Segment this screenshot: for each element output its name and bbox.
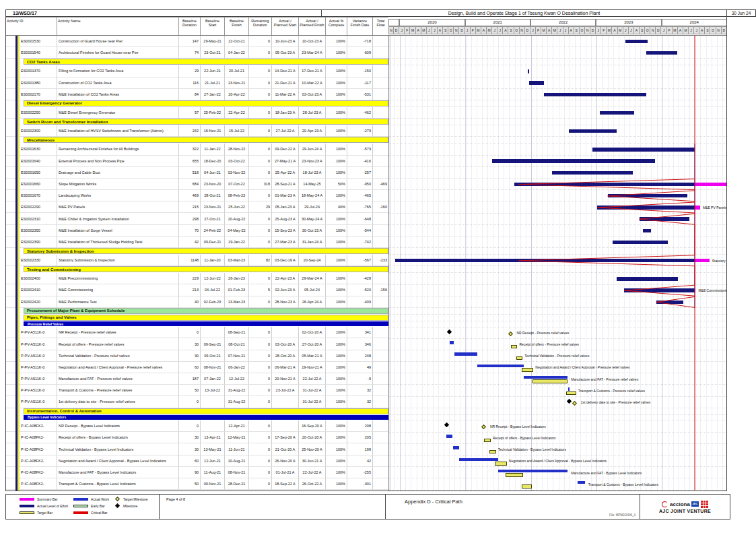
cell-value: 74 — [179, 47, 201, 59]
column-header: Actual / Planned Finish — [299, 17, 326, 35]
cell-value: -718 — [347, 36, 373, 47]
milestone-swatch — [115, 503, 120, 508]
cell-value: 05-Jan-23 A — [272, 201, 299, 213]
cell-value: -117 — [347, 77, 373, 89]
cell-value: 28-Nov-23 A — [272, 296, 299, 308]
report-header-bar: 13/WSD/17 Design, Build and Operate Stag… — [5, 9, 727, 17]
cell-value: 100% — [326, 89, 347, 100]
cell-activity-name: Drainage and Cable Duct — [57, 167, 179, 179]
cell-value: 05-Mar-21 A — [299, 350, 326, 362]
month-cell: D — [525, 26, 530, 34]
year-cell: 2022 — [530, 19, 596, 26]
cell-value: 12-Jun-21 — [201, 455, 225, 467]
cell-value: -279 — [347, 125, 373, 137]
legend-item: Target Milestone — [114, 497, 148, 501]
year-cell — [388, 19, 399, 26]
cell-value — [373, 190, 388, 201]
cell-activity-name: M&E Diesel Emergency Generator — [57, 107, 179, 119]
cell-value: 100% — [326, 65, 347, 77]
cell-activity-name: Transport & Customs - Bypass Level Indic… — [57, 478, 179, 490]
cell-value: 100% — [326, 455, 347, 467]
cell-activity-id: P-IC-A08FK2- — [20, 478, 57, 490]
month-cell: S — [705, 26, 710, 34]
cell-activity-name: Transport & Customs - Pressure relief va… — [57, 385, 179, 396]
cell-value — [373, 47, 388, 59]
cell-activity-id: ES0002420 — [20, 296, 57, 308]
cell-value: 341 — [347, 327, 373, 338]
cell-value: 31-Jul-22 A — [299, 385, 326, 396]
cell-activity-name: Architectural Finishes for Guard House n… — [57, 47, 179, 59]
cell-value: 0 — [249, 125, 272, 137]
cell-value: 12-Apr-21 — [225, 420, 249, 432]
month-cell: M — [487, 26, 492, 34]
cell-activity-id: ES0001670 — [20, 190, 57, 201]
month-cell: S — [640, 26, 645, 34]
cell-value: 0 — [249, 478, 272, 490]
month-cell: F — [405, 26, 410, 34]
cell-value: 100% — [326, 107, 347, 119]
cell-value — [373, 125, 388, 137]
month-cell: J — [492, 26, 497, 34]
table-row: ES0002250M&E Diesel Emergency Generator5… — [6, 107, 388, 119]
cell-value: 100% — [326, 273, 347, 284]
cell-value: 28-Nov-22 — [225, 144, 249, 155]
cell-value: 21-Oct-20 A — [272, 443, 299, 455]
cell-value: 0 — [179, 327, 201, 338]
aloe-swatch — [20, 505, 34, 507]
cell-value: 0 — [249, 362, 272, 373]
cell-value: -428 — [347, 273, 373, 284]
cell-value: 518 — [179, 167, 201, 179]
cell-value: 14-May-25 — [299, 179, 326, 190]
month-cell: J — [623, 26, 629, 34]
month-cell: F — [471, 26, 476, 34]
cell-value: -567 — [347, 255, 373, 266]
cell-value: 26-Oct-22 A — [299, 478, 326, 490]
cell-activity-id: ES0001660 — [20, 179, 57, 190]
cell-value: 100% — [326, 36, 347, 47]
cell-value: 100% — [326, 125, 347, 137]
cell-value: 16-Sep-20 A — [299, 420, 326, 432]
cell-value: 50% — [326, 179, 347, 190]
subsection-band: Bypass Level Indicators — [24, 415, 388, 420]
cell-value: 22-Jul-22 A — [299, 373, 326, 385]
cell-value — [373, 65, 388, 77]
month-cell: M — [552, 26, 557, 34]
table-row: P-IC-A08FK2-NR Receipt - Bypass Level In… — [6, 420, 388, 432]
legend-label: Target Bar — [37, 511, 53, 515]
cell-value: 0 — [179, 396, 201, 408]
cell-value: 0 — [249, 443, 272, 455]
month-cell: F — [536, 26, 541, 34]
table-row: P-IC-A08FK2-Manufacture and FAT - Bypass… — [6, 467, 388, 478]
month-cell: J — [557, 26, 563, 34]
column-header: Total Float — [373, 17, 389, 35]
month-cell: N — [388, 26, 394, 34]
cell-value: 05-Oct-23 A — [272, 47, 299, 59]
cell-value: 147 — [179, 36, 201, 47]
cell-value: 09-Dec-21 — [201, 237, 225, 248]
legend-item: Target Bar — [20, 510, 68, 515]
gantt-chart: M&E PV PanelsStatutory Submission & Insp… — [388, 36, 727, 491]
table-row: ES0001670Landscaping Works46928-Oct-2108… — [6, 190, 388, 201]
cell-activity-id: ES0002170 — [20, 89, 57, 100]
cell-activity-name: Construction of Guard House near Pier — [57, 36, 179, 47]
table-row: ES0001640External Process and Non Proces… — [6, 156, 388, 167]
cell-value: 02-Oct-20 A — [299, 327, 326, 338]
cell-activity-name: M&E Installation of CO2 Tanks Areas — [57, 89, 179, 100]
cell-value — [373, 237, 388, 248]
cell-value: 27-Jan-22 — [201, 89, 225, 100]
cell-value: 29 — [179, 65, 201, 77]
cell-value: 25-Aug-23 A — [272, 213, 299, 224]
cell-value: -465 — [347, 190, 373, 201]
cell-value: 0 — [249, 156, 272, 167]
cell-value: -579 — [347, 144, 373, 155]
cell-value: 18-Dec-20 — [201, 156, 225, 167]
cell-activity-id: ES0001640 — [20, 156, 57, 167]
cell-value: 100% — [326, 443, 347, 455]
critical-swatch — [73, 511, 88, 514]
month-cell: O — [710, 26, 716, 34]
cell-value: 22-Jun-21 — [201, 65, 225, 77]
cell-value: 26-Nov-20 A — [272, 455, 299, 467]
cell-value: 50 — [179, 478, 201, 490]
month-cell: M — [607, 26, 612, 34]
cell-activity-id: P-PV-A511K-0 — [20, 338, 57, 350]
